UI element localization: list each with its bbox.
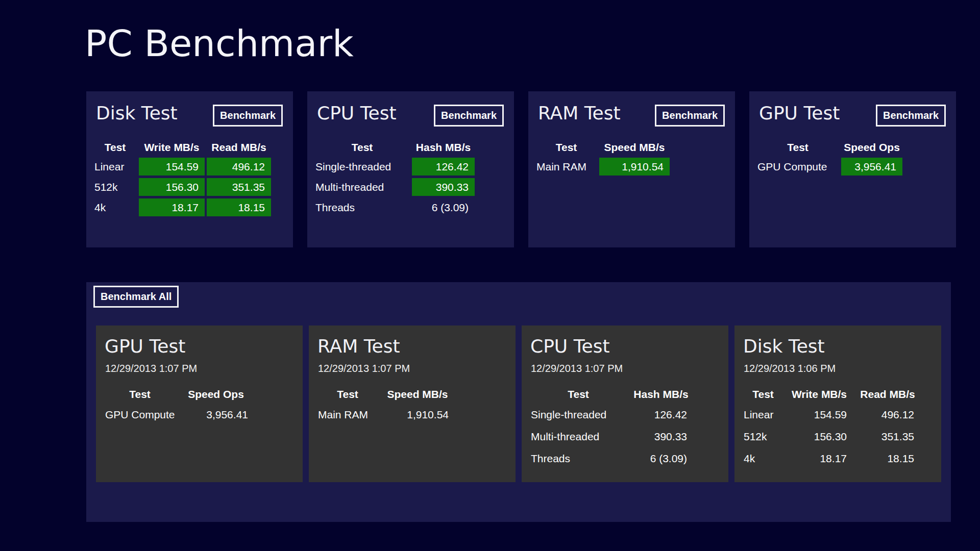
column-header: Speed Ops [178, 387, 254, 402]
value-cell: 3,956.41 [841, 158, 902, 176]
column-header: Read MB/s [207, 140, 271, 155]
history-card-gpu: GPU Test 12/29/2013 1:07 PM Test Speed O… [96, 325, 303, 482]
history-timestamp: 12/29/2013 1:07 PM [105, 363, 303, 374]
ram-results-table: Test Speed MB/s Main RAM 1,910.54 [535, 140, 735, 176]
column-header: Speed Ops [841, 140, 902, 155]
value-cell: 390.33 [412, 178, 475, 196]
row-label: 512k [93, 178, 137, 196]
cpu-card-header: CPU Test Benchmark [307, 91, 514, 127]
page-title: PC Benchmark [85, 23, 354, 64]
ram-history-table: Test Speed MB/s Main RAM 1,910.54 [317, 387, 516, 424]
ram-benchmark-button[interactable]: Benchmark [655, 105, 725, 127]
row-label: 4k [743, 449, 783, 468]
history-timestamp: 12/29/2013 1:07 PM [531, 363, 728, 374]
row-label: GPU Compute [104, 406, 176, 424]
ram-test-card: RAM Test Benchmark Test Speed MB/s Main … [528, 91, 735, 247]
history-card-ram: RAM Test 12/29/2013 1:07 PM Test Speed M… [309, 325, 516, 482]
gpu-test-card: GPU Test Benchmark Test Speed Ops GPU Co… [749, 91, 956, 247]
history-card-disk: Disk Test 12/29/2013 1:06 PM Test Write … [734, 325, 941, 482]
history-timestamp: 12/29/2013 1:07 PM [318, 363, 516, 374]
value-cell: 126.42 [629, 406, 693, 424]
value-cell: 1,910.54 [380, 406, 455, 424]
column-header: Write MB/s [786, 387, 853, 402]
row-label: Multi-threaded [530, 428, 627, 446]
value-cell: 496.12 [855, 406, 920, 424]
value-cell: 6 (3.09) [629, 449, 693, 468]
gpu-benchmark-button[interactable]: Benchmark [876, 105, 946, 127]
column-header: Test [314, 140, 410, 155]
benchmark-all-button[interactable]: Benchmark All [93, 286, 179, 308]
value-cell: 6 (3.09) [412, 198, 475, 216]
history-cards-row: GPU Test 12/29/2013 1:07 PM Test Speed O… [96, 325, 941, 482]
cpu-results-table: Test Hash MB/s Single-threaded 126.42 Mu… [314, 140, 514, 216]
column-header: Test [535, 140, 597, 155]
disk-card-header: Disk Test Benchmark [86, 91, 293, 127]
row-label: Single-threaded [314, 158, 410, 176]
column-header: Speed MB/s [599, 140, 670, 155]
column-header: Hash MB/s [412, 140, 475, 155]
column-header: Test [104, 387, 176, 402]
row-label: Main RAM [535, 158, 597, 176]
column-header: Test [756, 140, 839, 155]
row-label: Threads [314, 198, 410, 216]
column-header: Read MB/s [855, 387, 920, 402]
value-cell: 154.59 [139, 158, 205, 176]
disk-results-table: Test Write MB/s Read MB/s Linear 154.59 … [93, 140, 293, 216]
value-cell: 156.30 [139, 178, 205, 196]
column-header: Speed MB/s [380, 387, 455, 402]
ram-card-header: RAM Test Benchmark [528, 91, 735, 127]
row-label: Single-threaded [530, 406, 627, 424]
value-cell: 18.15 [855, 449, 920, 468]
cpu-benchmark-button[interactable]: Benchmark [434, 105, 504, 127]
row-label: 4k [93, 198, 137, 216]
row-label: Linear [93, 158, 137, 176]
gpu-results-table: Test Speed Ops GPU Compute 3,956.41 [756, 140, 956, 176]
cpu-history-table: Test Hash MB/s Single-threaded 126.42 Mu… [530, 387, 728, 468]
card-title: Disk Test [96, 103, 178, 123]
value-cell: 351.35 [207, 178, 271, 196]
value-cell: 18.17 [139, 198, 205, 216]
card-title: RAM Test [538, 103, 621, 123]
column-header: Test [317, 387, 378, 402]
gpu-card-header: GPU Test Benchmark [749, 91, 956, 127]
disk-benchmark-button[interactable]: Benchmark [213, 105, 283, 127]
disk-test-card: Disk Test Benchmark Test Write MB/s Read… [86, 91, 293, 247]
card-title: RAM Test [317, 336, 516, 357]
value-cell: 156.30 [786, 428, 853, 446]
value-cell: 496.12 [207, 158, 271, 176]
value-cell: 18.17 [786, 449, 853, 468]
value-cell: 1,910.54 [599, 158, 670, 176]
cpu-test-card: CPU Test Benchmark Test Hash MB/s Single… [307, 91, 514, 247]
card-title: CPU Test [317, 103, 397, 123]
row-label: Multi-threaded [314, 178, 410, 196]
disk-history-table: Test Write MB/s Read MB/s Linear 154.59 … [743, 387, 941, 468]
test-cards-row: Disk Test Benchmark Test Write MB/s Read… [86, 91, 956, 247]
row-label: 512k [743, 428, 783, 446]
card-title: CPU Test [530, 336, 728, 357]
row-label: Threads [530, 449, 627, 468]
value-cell: 390.33 [629, 428, 693, 446]
value-cell: 18.15 [207, 198, 271, 216]
card-title: Disk Test [743, 336, 941, 357]
history-card-cpu: CPU Test 12/29/2013 1:07 PM Test Hash MB… [522, 325, 728, 482]
history-panel: Benchmark All GPU Test 12/29/2013 1:07 P… [86, 282, 951, 522]
column-header: Test [743, 387, 783, 402]
row-label: Main RAM [317, 406, 378, 424]
card-title: GPU Test [759, 103, 840, 123]
column-header: Write MB/s [139, 140, 205, 155]
column-header: Hash MB/s [629, 387, 693, 402]
column-header: Test [93, 140, 137, 155]
column-header: Test [530, 387, 627, 402]
history-timestamp: 12/29/2013 1:06 PM [744, 363, 941, 374]
value-cell: 351.35 [855, 428, 920, 446]
value-cell: 154.59 [786, 406, 853, 424]
row-label: Linear [743, 406, 783, 424]
card-title: GPU Test [105, 336, 303, 357]
gpu-history-table: Test Speed Ops GPU Compute 3,956.41 [104, 387, 303, 424]
value-cell: 126.42 [412, 158, 475, 176]
row-label: GPU Compute [756, 158, 839, 176]
value-cell: 3,956.41 [178, 406, 254, 424]
